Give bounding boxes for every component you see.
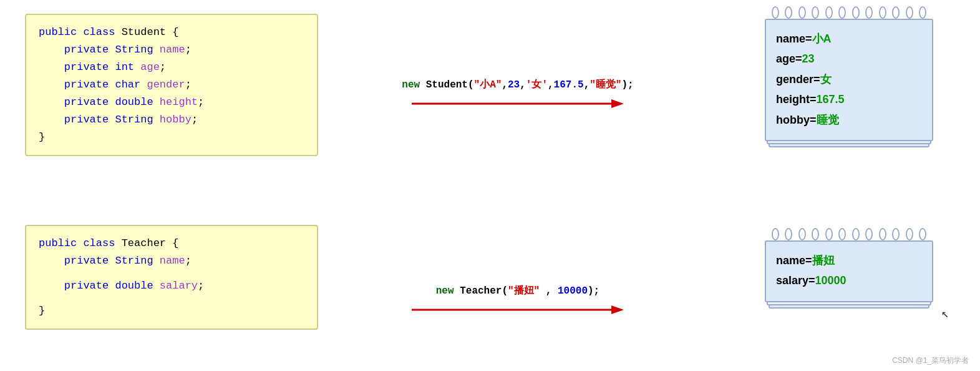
student-code-box: public class Student { private String na… [25,14,318,156]
kw-private4: private [64,96,109,108]
val-gender: 女 [820,73,832,86]
t-val-name: 播妞 [812,254,835,267]
val-hobby: 睡觉 [817,114,839,126]
t-field-name: name [160,255,185,267]
student-line6: private String hobby; [39,111,304,129]
student-notebook-container: name=小A age=23 gender=女 height=167.5 hob… [765,6,933,141]
svg-marker-3 [611,305,624,314]
t-ring5 [825,228,833,240]
teacher-class-name: Teacher { [122,237,179,249]
spacer2 [39,295,304,302]
main-container: public class Student { private String na… [0,0,980,371]
student-nb-line2: age=23 [776,49,922,69]
ring1 [772,6,779,19]
field-gender: gender [147,79,185,91]
arg-age: 23 [508,79,520,91]
t-arg-salary: 10000 [558,285,588,297]
student-class-name: Student { [122,26,179,38]
student-line3: private int age; [39,59,304,76]
ring8 [865,6,873,19]
new-kw2: new [436,285,460,297]
type-int: int [115,61,134,73]
t-kw-public: public [39,237,77,249]
student-notebook-wrapper: name=小A age=23 gender=女 height=167.5 hob… [765,6,933,141]
teacher-code-box: public class Teacher { private String na… [25,225,318,330]
kw-private1: private [64,44,109,56]
t-ring11 [906,228,913,240]
cursor: ↖ [941,305,949,321]
ring12 [919,6,926,19]
teacher-ctor-name: Teacher( [460,285,508,297]
t-kw-private2: private [64,280,109,292]
arg-name: "小A" [474,79,502,91]
t-ring3 [798,228,806,240]
t-ring8 [865,228,873,240]
kw-private5: private [64,114,109,126]
field-height: height [160,96,198,108]
teacher-rings [765,228,933,240]
field-age: age [140,61,160,73]
t-kw-private1: private [64,255,109,267]
spacer [39,270,304,277]
t-ring2 [785,228,792,240]
t-ring9 [879,228,886,240]
kw-private2: private [64,61,109,73]
teacher-line4: } [39,302,304,320]
teacher-arrow-area: new Teacher("播妞" , 10000); [324,284,711,319]
ring4 [812,6,819,19]
teacher-constructor-call: new Teacher("播妞" , 10000); [436,284,599,297]
t-ring4 [812,228,819,240]
keyword-public: public [39,26,77,38]
type-char: char [115,79,140,91]
t-type-double: double [115,280,153,292]
student-constructor-call: new Student("小A",23,'女',167.5,"睡觉"); [402,78,633,91]
field-name1: name [160,44,185,56]
kw-private3: private [64,79,109,91]
t-ring1 [772,228,779,240]
new-kw1: new [402,79,425,91]
val-height: 167.5 [817,93,845,106]
teacher-line1: public class Teacher { [39,235,304,252]
student-line2: private String name; [39,41,304,59]
student-nb-line1: name=小A [776,29,922,49]
arg-height: 167.5 [554,79,584,91]
t-arg-name: "播妞" [508,285,540,297]
teacher-line2: private String name; [39,252,304,270]
teacher-nb-line1: name=播妞 [776,250,922,270]
student-arrow [412,95,624,112]
t-kw-class: class [83,237,115,249]
teacher-notebook-inner: name=播妞 salary=10000 [765,240,933,302]
teacher-arrow [412,301,624,319]
type-string1: String [115,44,153,56]
student-line1: public class Student { [39,24,304,41]
t-type-string: String [115,255,153,267]
student-line7: } [39,129,304,146]
student-nb-line5: hobby=睡觉 [776,110,922,130]
watermark: CSDN @1_菜鸟初学者 [892,355,969,366]
student-rings [765,6,933,19]
ring9 [879,6,886,19]
ring3 [798,6,806,19]
svg-marker-1 [611,99,624,108]
teacher-notebook-stack: name=播妞 salary=10000 [765,240,933,302]
ring2 [785,6,792,19]
ring6 [838,6,846,19]
teacher-notebook-container: name=播妞 salary=10000 [765,228,933,302]
student-line4: private char gender; [39,76,304,94]
teacher-notebook-wrapper: name=播妞 salary=10000 [765,228,933,302]
ring10 [892,6,900,19]
type-string2: String [115,114,153,126]
t-ring12 [919,228,926,240]
student-line5: private double height; [39,94,304,111]
ring11 [906,6,913,19]
field-hobby: hobby [160,114,192,126]
val-age: 23 [802,52,815,65]
student-nb-line4: height=167.5 [776,89,922,109]
t-val-salary: 10000 [815,274,847,287]
student-nb-line3: gender=女 [776,69,922,89]
student-ctor-name: Student( [426,79,474,91]
t-field-salary: salary [160,280,198,292]
teacher-line3: private double salary; [39,277,304,295]
t-ring6 [838,228,846,240]
t-ring7 [852,228,860,240]
